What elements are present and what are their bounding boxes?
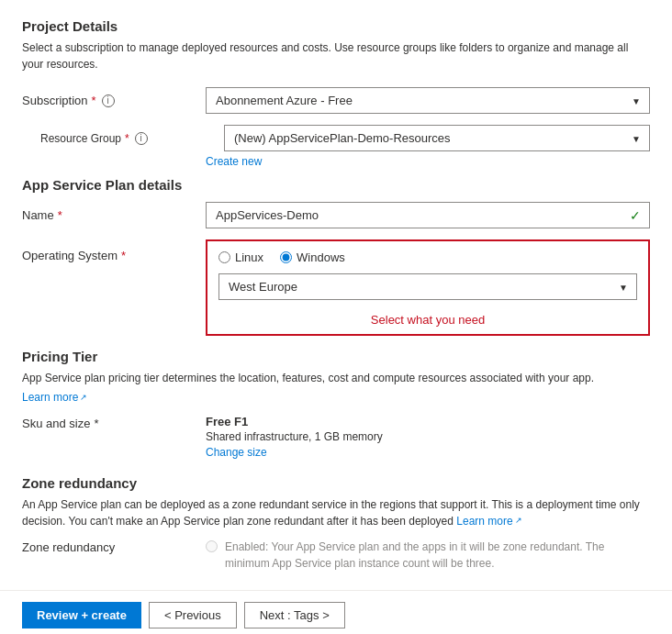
sku-content: Free F1 Shared infrastructure, 1 GB memo… xyxy=(206,415,650,459)
resource-group-info-icon[interactable]: i xyxy=(135,132,148,145)
zone-redundancy-desc: An App Service plan can be deployed as a… xyxy=(22,496,650,529)
zone-redundancy-label: Zone redundancy xyxy=(22,539,206,554)
sku-desc: Shared infrastructure, 1 GB memory xyxy=(206,430,650,443)
pricing-tier-title: Pricing Tier xyxy=(22,349,650,364)
check-icon: ✓ xyxy=(630,208,641,223)
name-label: Name * xyxy=(22,208,206,222)
pricing-desc: App Service plan pricing tier determines… xyxy=(22,370,650,386)
project-details-title: Project Details xyxy=(22,18,650,34)
subscription-info-icon[interactable]: i xyxy=(102,95,115,107)
subscription-select[interactable]: Abonnement Azure - Free xyxy=(206,87,650,114)
os-options-row: Linux Windows xyxy=(218,250,637,264)
windows-radio[interactable] xyxy=(280,251,292,263)
next-tags-button[interactable]: Next : Tags > xyxy=(244,602,345,628)
resource-group-select[interactable]: (New) AppServicePlan-Demo-Resources xyxy=(224,125,650,151)
learn-more-link[interactable]: Learn more ↗ xyxy=(22,391,87,404)
project-details-desc: Select a subscription to manage deployed… xyxy=(22,39,650,72)
zone-learn-more-link[interactable]: Learn more ↗ xyxy=(456,513,521,529)
os-label: Operating System * xyxy=(22,239,206,262)
resource-group-dropdown-wrapper: (New) AppServicePlan-Demo-Resources ▼ xyxy=(224,125,650,151)
zone-external-link-icon: ↗ xyxy=(515,515,522,528)
review-create-button[interactable]: Review + create xyxy=(22,602,141,628)
name-input[interactable] xyxy=(206,202,650,228)
sku-title: Free F1 xyxy=(206,415,650,428)
os-region-box: Linux Windows West Europe ▼ Select what … xyxy=(206,239,650,336)
change-size-link[interactable]: Change size xyxy=(206,446,267,459)
name-input-wrapper: ✓ xyxy=(206,202,650,228)
previous-button[interactable]: < Previous xyxy=(149,602,237,628)
app-service-plan-title: App Service Plan details xyxy=(22,177,650,193)
linux-radio[interactable] xyxy=(218,251,230,263)
zone-enabled-radio xyxy=(206,540,218,552)
resource-group-label: Resource Group * i xyxy=(40,132,224,145)
footer-bar: Review + create < Previous Next : Tags > xyxy=(0,590,672,634)
subscription-label: Subscription * i xyxy=(22,94,206,107)
create-new-link[interactable]: Create new xyxy=(206,155,650,168)
linux-radio-label[interactable]: Linux xyxy=(218,250,263,264)
zone-redundancy-title: Zone redundancy xyxy=(22,475,650,491)
external-link-icon: ↗ xyxy=(80,393,87,402)
windows-radio-label[interactable]: Windows xyxy=(280,250,345,264)
zone-redundancy-control: Enabled: Your App Service plan and the a… xyxy=(206,539,650,572)
zone-enabled-text: Enabled: Your App Service plan and the a… xyxy=(225,539,650,572)
region-dropdown-wrapper: West Europe ▼ xyxy=(218,273,637,300)
subscription-dropdown-wrapper: Abonnement Azure - Free ▼ xyxy=(206,87,650,114)
sku-label: Sku and size * xyxy=(22,415,206,430)
select-what-link[interactable]: Select what you need xyxy=(218,309,637,328)
region-select[interactable]: West Europe xyxy=(218,273,637,300)
